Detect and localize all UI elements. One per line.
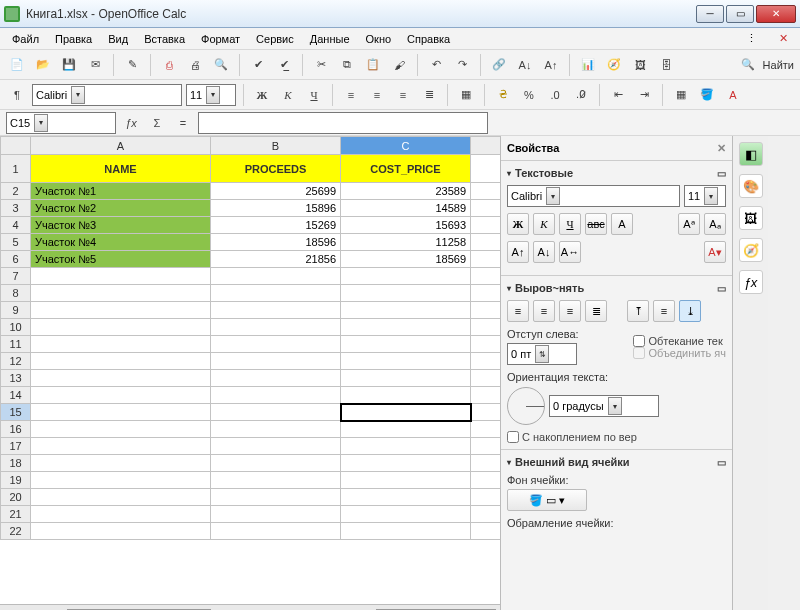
cell[interactable]: 11258 [341, 234, 471, 251]
find-label[interactable]: Найти [763, 59, 794, 71]
menu-format[interactable]: Формат [195, 31, 246, 47]
row-header[interactable]: 1 [1, 155, 31, 183]
borders-icon[interactable]: ▦ [670, 84, 692, 106]
cell[interactable]: COST_PRICE [341, 155, 471, 183]
dock-navigator-icon[interactable]: 🧭 [739, 238, 763, 262]
dock-properties-icon[interactable]: ◧ [739, 142, 763, 166]
side-sub-icon[interactable]: Aₐ [704, 213, 726, 235]
open-icon[interactable]: 📂 [32, 54, 54, 76]
spellcheck-icon[interactable]: ✔ [247, 54, 269, 76]
select-all-corner[interactable] [1, 137, 31, 155]
decimal-add-icon[interactable]: .0 [544, 84, 566, 106]
edit-icon[interactable]: ✎ [121, 54, 143, 76]
minimize-button[interactable]: ─ [696, 5, 724, 23]
side-size-combo[interactable]: 11▾ [684, 185, 726, 207]
row-header[interactable]: 16 [1, 421, 31, 438]
font-name-combo[interactable]: Calibri▾ [32, 84, 182, 106]
side-bold-icon[interactable]: Ж [507, 213, 529, 235]
currency-icon[interactable]: ₴ [492, 84, 514, 106]
nav-icon[interactable]: 🧭 [603, 54, 625, 76]
brush-icon[interactable]: 🖌 [388, 54, 410, 76]
menu-window[interactable]: Окно [360, 31, 398, 47]
cell[interactable]: Участок №3 [31, 217, 211, 234]
valign-mid-icon[interactable]: ≡ [653, 300, 675, 322]
side-grow-icon[interactable]: A↑ [507, 241, 529, 263]
cell[interactable]: Участок №4 [31, 234, 211, 251]
datasrc-icon[interactable]: 🗄 [655, 54, 677, 76]
cell[interactable]: 18569 [341, 251, 471, 268]
menu-view[interactable]: Вид [102, 31, 134, 47]
dock-functions-icon[interactable]: ƒx [739, 270, 763, 294]
paste-icon[interactable]: 📋 [362, 54, 384, 76]
row-header[interactable]: 8 [1, 285, 31, 302]
underline-icon[interactable]: Ч [303, 84, 325, 106]
italic-icon[interactable]: К [277, 84, 299, 106]
copy-icon[interactable]: ⧉ [336, 54, 358, 76]
panel-menu-icon[interactable]: ▭ [717, 457, 726, 468]
menu-edit[interactable]: Правка [49, 31, 98, 47]
cell[interactable]: Участок №1 [31, 183, 211, 200]
align-right-icon[interactable]: ≡ [392, 84, 414, 106]
percent-icon[interactable]: % [518, 84, 540, 106]
row-header[interactable]: 17 [1, 438, 31, 455]
side-shrink-icon[interactable]: A↓ [533, 241, 555, 263]
cut-icon[interactable]: ✂ [310, 54, 332, 76]
cell[interactable]: 15896 [211, 200, 341, 217]
menu-file[interactable]: Файл [6, 31, 45, 47]
merge-icon[interactable]: ▦ [455, 84, 477, 106]
row-header[interactable]: 12 [1, 353, 31, 370]
undo-icon[interactable]: ↶ [425, 54, 447, 76]
col-header-a[interactable]: A [31, 137, 211, 155]
maximize-button[interactable]: ▭ [726, 5, 754, 23]
align-right-icon[interactable]: ≡ [559, 300, 581, 322]
redo-icon[interactable]: ↷ [451, 54, 473, 76]
print-icon[interactable]: 🖨 [184, 54, 206, 76]
menu-data[interactable]: Данные [304, 31, 356, 47]
row-header[interactable]: 5 [1, 234, 31, 251]
valign-top-icon[interactable]: ⤒ [627, 300, 649, 322]
col-header-c[interactable]: C [341, 137, 471, 155]
pdf-icon[interactable]: ⎙ [158, 54, 180, 76]
find-icon[interactable]: 🔍 [737, 54, 759, 76]
align-justify-icon[interactable]: ≣ [418, 84, 440, 106]
row-header[interactable]: 15 [1, 404, 31, 421]
row-header[interactable]: 22 [1, 523, 31, 540]
wrap-checkbox[interactable] [633, 335, 645, 347]
row-header[interactable]: 7 [1, 268, 31, 285]
cell[interactable]: 23589 [341, 183, 471, 200]
bold-icon[interactable]: Ж [251, 84, 273, 106]
gallery-icon[interactable]: 🖼 [629, 54, 651, 76]
orient-dial[interactable] [507, 387, 545, 425]
menu-drag-icon[interactable]: ⋮ [740, 30, 763, 47]
menu-insert[interactable]: Вставка [138, 31, 191, 47]
cell[interactable]: 21856 [211, 251, 341, 268]
fontcolor-icon[interactable]: A [722, 84, 744, 106]
row-header[interactable]: 3 [1, 200, 31, 217]
name-box[interactable]: C15▾ [6, 112, 116, 134]
valign-bot-icon[interactable]: ⤓ [679, 300, 701, 322]
cell[interactable]: PROCEEDS [211, 155, 341, 183]
cell-bg-picker[interactable]: 🪣 ▭ ▾ [507, 489, 587, 511]
row-header[interactable]: 14 [1, 387, 31, 404]
side-spacing-icon[interactable]: A↔ [559, 241, 581, 263]
cell[interactable]: 25699 [211, 183, 341, 200]
col-header-b[interactable]: B [211, 137, 341, 155]
side-super-icon[interactable]: Aᵃ [678, 213, 700, 235]
new-icon[interactable]: 📄 [6, 54, 28, 76]
row-header[interactable]: 21 [1, 506, 31, 523]
sum-icon[interactable]: Σ [146, 112, 168, 134]
row-header[interactable]: 18 [1, 455, 31, 472]
chart-icon[interactable]: 📊 [577, 54, 599, 76]
row-header[interactable]: 13 [1, 370, 31, 387]
active-cell[interactable] [341, 404, 471, 421]
style-icon[interactable]: ¶ [6, 84, 28, 106]
cell[interactable]: 15693 [341, 217, 471, 234]
align-center-icon[interactable]: ≡ [366, 84, 388, 106]
stack-checkbox[interactable] [507, 431, 519, 443]
sort-asc-icon[interactable]: A↓ [514, 54, 536, 76]
row-header[interactable]: 2 [1, 183, 31, 200]
row-header[interactable]: 19 [1, 472, 31, 489]
side-font-combo[interactable]: Calibri▾ [507, 185, 680, 207]
close-button[interactable]: ✕ [756, 5, 796, 23]
row-header[interactable]: 11 [1, 336, 31, 353]
